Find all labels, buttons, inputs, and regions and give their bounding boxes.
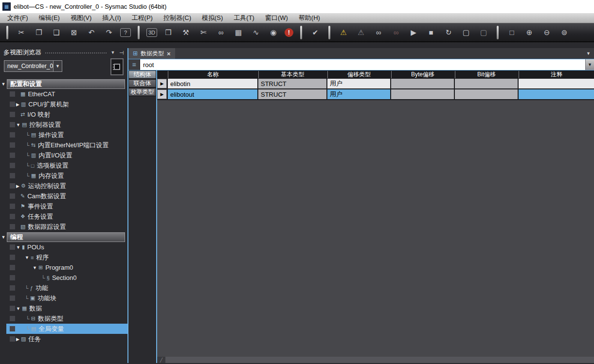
menu-item[interactable]: 控制器(C) [158,13,197,23]
menu-item[interactable]: 模拟(S) [197,13,228,23]
menu-item[interactable]: 插入(I) [97,13,126,23]
column-header[interactable]: 基本类型 [258,71,326,78]
item-expander-icon[interactable]: └ [25,285,29,291]
item-expander-icon[interactable]: └ [26,173,30,179]
elibotout[interactable]: ▶ elibotout STRUCT 用户 [157,89,594,100]
tab-data-types[interactable]: ⊞ 数据类型 × [128,48,175,59]
root-path-input[interactable]: root [140,59,585,70]
tree-item[interactable]: ⚑ 事件设置 [0,201,127,211]
stop-mode-icon[interactable]: ■ [425,26,437,39]
delete-icon[interactable]: ⊠ [68,26,80,39]
menu-item[interactable]: 工程(P) [126,13,158,23]
cell-comment[interactable] [519,89,594,99]
copy-icon[interactable]: ❐ [33,26,45,39]
warning-off-icon[interactable]: ⚠ [355,26,367,39]
item-expander-icon[interactable]: └ [41,275,45,281]
cell-name[interactable]: elibotin [168,79,257,88]
tab-list-icon[interactable]: ▼ [586,51,591,56]
tree-item[interactable]: └ § Section0 [0,273,127,283]
io-map-icon[interactable]: ∿ [250,26,262,39]
tree-item[interactable]: ▼ ≡ 程序 [0,252,127,262]
tree-item[interactable]: ✎ Cam数据设置 [0,191,127,201]
item-expander-icon[interactable]: └ [26,316,30,322]
paste-icon[interactable]: ❑ [50,26,63,39]
cell-offset-type[interactable]: 用户 [327,89,390,99]
item-expander-icon[interactable]: ▶ [16,184,19,189]
column-header[interactable]: 名称 [168,71,257,78]
category-tab[interactable]: 枚举类型 [128,88,156,96]
tree-item[interactable]: ▼ 配置和设置 [0,79,127,89]
scrollbar-track[interactable] [165,357,594,363]
menu-item[interactable]: 帮助(H) [293,13,325,23]
item-expander-icon[interactable]: ▶ [16,102,19,107]
panel-menu-icon[interactable]: ▼ [110,50,115,55]
root-combo-button[interactable]: ▼ [585,59,594,70]
cell-offset-type[interactable]: 用户 [327,79,390,88]
tree-item[interactable]: └ ⇆ 内置EtherNet/IP端口设置 [0,140,127,150]
tree-item[interactable]: └ ▤ 全局变量 [0,324,127,334]
tree-item[interactable]: ▶ ▥ CPU/扩展机架 [0,99,127,109]
row-expander-icon[interactable]: ▶ [157,89,167,99]
search-icon[interactable]: ◉ [267,26,280,39]
category-tab[interactable]: 结构体 [128,70,156,79]
item-expander-icon[interactable]: └ [26,163,30,169]
menu-item[interactable]: 视图(V) [65,13,97,23]
abort-icon[interactable]: ! [285,28,293,37]
monitor-icon[interactable]: ∞ [372,26,385,39]
item-expander-icon[interactable]: ▼ [33,265,37,270]
elibotin[interactable]: ▶ elibotin STRUCT 用户 [157,79,594,89]
cell-base-type[interactable]: STRUCT [258,79,326,88]
pin-icon[interactable]: ⊤ [119,50,125,55]
item-expander-icon[interactable]: └ [26,153,30,158]
controller-select[interactable]: new_Controller_0 ▼ [4,60,62,72]
category-tab[interactable]: 联合体 [128,79,156,87]
zoom-in-icon[interactable]: ⊕ [523,26,536,39]
scroll-corner-icon[interactable]: ╱ [157,357,165,363]
tree-item[interactable]: ▼ 编程 [0,232,127,242]
item-expander-icon[interactable]: ▼ [16,245,20,250]
watch-table-icon[interactable]: ▦ [232,26,245,39]
tree-item[interactable]: └ ▥ 内置I/O设置 [0,150,127,160]
tree-item[interactable]: ▶ ⚙ 运动控制设置 [0,181,127,191]
cell-name[interactable]: elibotout [168,89,257,99]
item-expander-icon[interactable]: ▼ [16,122,20,127]
warning-icon[interactable]: ⚠ [337,26,350,39]
tree-item[interactable]: ❖ 任务设置 [0,211,127,222]
menu-item[interactable]: 编辑(E) [34,13,65,23]
item-expander-icon[interactable]: ▼ [16,306,20,311]
tree-item[interactable]: ▧ 数据跟踪设置 [0,222,127,232]
close-icon[interactable]: × [167,50,171,57]
tree-item[interactable]: ▼ ▮ POUs [0,242,127,252]
item-expander-icon[interactable]: └ [26,142,30,148]
tree-item[interactable]: └ ▤ 操作设置 [0,130,127,140]
3d-view-icon[interactable]: 3D [146,28,157,37]
zoom-100-icon[interactable]: ⊚ [558,26,571,39]
tree-item[interactable]: └ ƒ 功能 [0,283,127,293]
cell-comment[interactable] [519,79,594,88]
row-expander-icon[interactable]: ▶ [157,79,167,88]
menu-item[interactable]: 窗口(W) [260,13,293,23]
cell-base-type[interactable]: STRUCT [258,89,326,99]
menu-item[interactable]: 文件(F) [2,13,34,23]
column-header[interactable]: 注释 [519,71,594,78]
monitor-off-icon[interactable]: ∞ [390,26,402,39]
cascade-windows-icon[interactable]: ❒ [162,26,175,39]
section-expander-icon[interactable]: ▼ [0,82,7,87]
redo-icon[interactable]: ↷ [103,26,115,39]
zoom-out-icon[interactable]: ⊖ [540,26,553,39]
item-expander-icon[interactable]: └ [26,132,30,138]
fit-zoom-icon[interactable]: □ [505,26,518,39]
online-edit-icon[interactable]: ▢ [460,26,472,39]
tree-item[interactable]: ▼ ▤ 控制器设置 [0,120,127,130]
column-header[interactable]: Bit偏移 [455,71,518,78]
program-check-icon[interactable]: ✔ [309,26,322,39]
tree-item[interactable]: ▼ ▦ 数据 [0,303,127,313]
synchronize-icon[interactable]: ↻ [442,26,455,39]
tree-item[interactable]: ▼ ⊞ Program0 [0,262,127,273]
build-icon[interactable]: ⚒ [180,26,192,39]
undo-icon[interactable]: ↶ [85,26,98,39]
item-expander-icon[interactable]: ▼ [25,255,29,260]
rebuild-icon[interactable]: ✄ [197,26,210,39]
tree-item[interactable]: ▶ ▨ 任务 [0,334,127,344]
section-expander-icon[interactable]: ▼ [0,235,7,240]
